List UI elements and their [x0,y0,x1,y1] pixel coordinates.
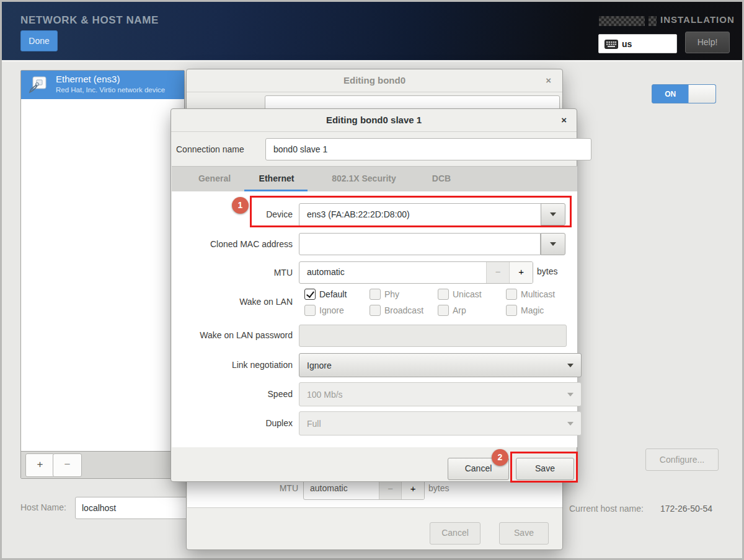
checkbox-checked-icon [304,289,316,300]
configure-button[interactable]: Configure... [645,448,719,471]
mtu-unit-label: bytes [537,266,557,276]
add-device-button[interactable]: + [25,453,55,477]
checkbox-wol-ignore[interactable]: Ignore [304,304,344,317]
device-list-toolbar: + − [21,451,184,478]
checkbox-unchecked-icon [506,305,517,316]
speed-dropdown: 100 Mb/s [299,382,582,406]
close-icon[interactable]: × [561,115,567,126]
checkbox-label: Arp [453,305,466,315]
checkbox-unchecked-icon [438,305,449,316]
device-name: Ethernet (ens3) [56,74,120,84]
check-icon [306,289,314,298]
help-button[interactable]: Help! [685,32,730,53]
cloned-mac-dropdown-button[interactable] [541,233,565,255]
checkbox-unchecked-icon [370,289,381,300]
tab-general[interactable]: General [188,167,241,192]
speed-value: 100 Mb/s [307,390,343,400]
bond0-mtu-label: MTU [187,483,298,493]
page-title: NETWORK & HOST NAME [20,14,159,27]
bond0-footer-separator [187,507,562,508]
link-negotiation-dropdown[interactable]: Ignore [299,353,582,377]
checkbox-wol-unicast[interactable]: Unicast [438,287,482,301]
dropdown-arrow-icon [567,422,574,426]
current-host-name-value: 172-26-50-54 [660,504,712,514]
tab-ethernet[interactable]: Ethernet [245,167,308,192]
checkbox-unchecked-icon [304,305,316,316]
step-badge-2: 2 [492,449,508,466]
device-description: Red Hat, Inc. Virtio network device [56,86,165,94]
checkbox-label: Multicast [521,289,555,299]
checkbox-unchecked-icon [370,305,381,316]
keyboard-icon [604,40,618,49]
redacted-version [649,16,657,26]
checkbox-wol-broadcast[interactable]: Broadcast [370,304,423,317]
checkbox-unchecked-icon [438,289,449,300]
host-name-label: Host Name: [20,502,66,512]
keyboard-layout-indicator[interactable]: us [598,34,677,53]
network-device-list: Ethernet (ens3) Red Hat, Inc. Virtio net… [20,70,185,479]
bond0-cancel-button[interactable]: Cancel [430,522,480,545]
bond0-mtu-unit: bytes [428,483,449,493]
checkbox-wol-multicast[interactable]: Multicast [506,287,555,301]
dropdown-arrow-icon [550,242,556,246]
tab-8021x-security[interactable]: 802.1X Security [319,167,409,192]
dropdown-arrow-icon [567,393,574,396]
checkbox-unchecked-icon [506,289,517,300]
checkbox-wol-magic[interactable]: Magic [506,304,544,317]
mtu-input[interactable]: automatic [299,262,486,283]
remove-device-button[interactable]: − [53,453,82,477]
host-name-input[interactable] [75,497,190,519]
cloned-mac-label: Cloned MAC address [171,239,293,249]
mtu-decrement-button[interactable]: − [486,262,510,283]
device-on-off-toggle[interactable]: ON [652,84,716,103]
connection-name-label: Connection name [176,144,263,154]
installation-label: INSTALLATION [660,14,735,25]
checkbox-label: Ignore [319,305,344,315]
link-negotiation-label: Link negotiation [171,360,293,370]
checkbox-label: Magic [521,305,544,315]
wake-on-lan-label: Wake on LAN [171,297,293,307]
link-negotiation-value: Ignore [307,361,332,370]
checkbox-wol-arp[interactable]: Arp [438,304,466,317]
checkbox-label: Broadcast [384,305,423,315]
checkbox-label: Phy [384,289,399,299]
checkbox-label: Default [319,289,347,299]
step-badge-1: 1 [232,197,249,214]
device-list-item-ethernet[interactable]: Ethernet (ens3) Red Hat, Inc. Virtio net… [21,71,184,99]
editing-bond0-slave1-dialog: Editing bond0 slave 1 × Connection name … [170,108,577,482]
ethernet-device-icon [29,76,48,94]
duplex-dropdown: Full [299,411,582,435]
done-button[interactable]: Done [20,30,58,51]
installer-screen: NETWORK & HOST NAME Done INSTALLATION us… [0,0,744,560]
mtu-label: MTU [171,268,293,278]
redacted-product-name [599,16,645,26]
duplex-label: Duplex [171,418,293,428]
top-bar-separator [2,60,742,62]
checkbox-wol-phy[interactable]: Phy [370,287,399,301]
cloned-mac-input[interactable] [299,233,541,255]
bond0-save-button[interactable]: Save [499,522,549,545]
highlight-box-device-field [250,196,572,227]
top-bar: NETWORK & HOST NAME Done INSTALLATION us… [2,2,742,60]
tab-bar: General Ethernet 802.1X Security DCB [172,166,577,193]
wake-on-lan-password-label: Wake on LAN password [171,330,293,340]
duplex-value: Full [307,419,321,429]
toggle-handle[interactable] [688,85,715,103]
tab-dcb[interactable]: DCB [426,167,457,192]
speed-label: Speed [171,389,293,399]
mtu-spinbutton: automatic − + [299,261,533,284]
dialog-title: Editing bond0 [187,69,562,92]
ethernet-tab-content [172,191,577,447]
checkbox-wol-default[interactable]: Default [304,287,347,301]
highlight-box-save-button [510,452,578,483]
current-host-name-label: Current host name: [569,504,644,514]
wake-on-lan-password-input [299,325,567,347]
connection-name-input[interactable] [265,138,591,160]
mtu-increment-button[interactable]: + [509,262,533,283]
checkbox-label: Unicast [453,289,482,299]
close-icon[interactable]: × [546,75,551,86]
dialog-title: Editing bond0 slave 1 [171,109,577,132]
dropdown-arrow-icon [567,364,574,367]
toggle-on-label: ON [652,85,688,103]
keyboard-layout-value: us [622,39,632,49]
